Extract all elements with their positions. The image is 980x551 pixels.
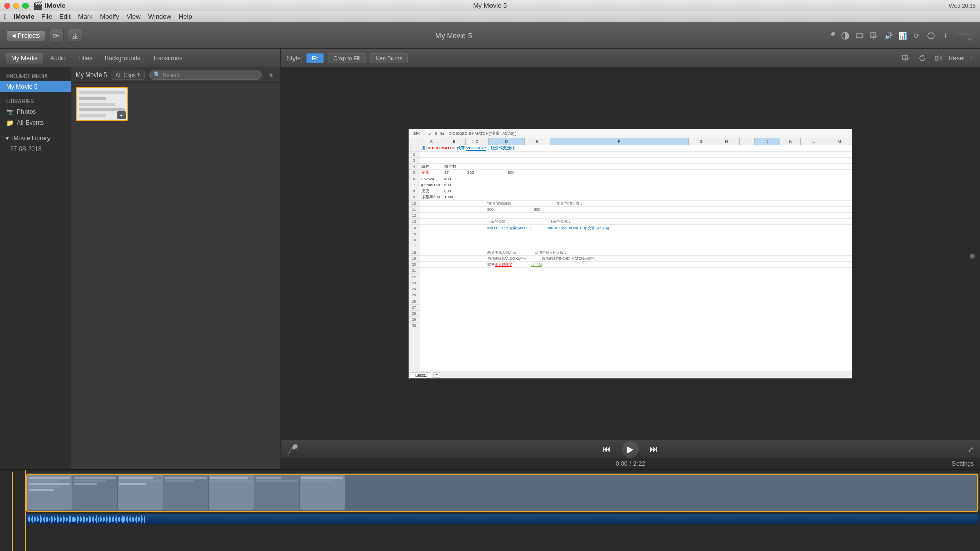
row-14: =VLOOKUP("变量",A5:B9,2) =INDEX(B5:B9,MATC… — [420, 225, 852, 231]
skip-back-button[interactable]: ⏮ — [600, 442, 614, 457]
add-sheet-button[interactable]: + — [433, 372, 440, 378]
row-20: 式变不再好使了。 没问题。 — [420, 262, 852, 268]
rotate-icon[interactable] — [916, 52, 928, 64]
reset-button[interactable]: Reset — [949, 55, 965, 62]
row-1: 用 INDEX+MATCH 代替 VLOOKUP，让公式更强壮 — [420, 145, 852, 152]
projects-button[interactable]: ◀ Projects — [6, 30, 45, 41]
cropping-icon[interactable] — [868, 30, 880, 42]
menu-edit[interactable]: Edit — [59, 13, 70, 20]
fullscreen-button[interactable]: ⤢ — [968, 445, 974, 454]
timeline-tracks: // Generate waveform bars inline via CSS — [24, 470, 980, 551]
menu-imovie[interactable]: iMovie — [14, 13, 34, 20]
media-tabs: My Media Audio Titles Backgrounds Transi… — [0, 49, 280, 67]
voiceover-icon[interactable]: 🎤 — [825, 30, 837, 42]
video-thumb-3 — [118, 475, 163, 510]
row-15 — [420, 231, 852, 237]
close-button[interactable] — [4, 3, 10, 9]
clip-add-button[interactable]: + — [117, 111, 126, 119]
col-b: B — [443, 138, 466, 145]
audio-icon[interactable]: 📊 — [896, 30, 909, 42]
crop-to-fill-button[interactable]: Crop to Fill — [328, 53, 366, 63]
clip-thumbnail[interactable]: + — [76, 87, 128, 121]
menu-window[interactable]: Window — [148, 13, 172, 20]
speed-icon[interactable]: ⟳ — [911, 30, 923, 42]
color-correction-icon[interactable] — [839, 30, 851, 42]
libraries-label: LIBRARIES — [0, 96, 71, 106]
info-icon[interactable]: ℹ — [939, 30, 951, 42]
date-time: Wed 20:15 — [949, 3, 976, 9]
svg-rect-5 — [856, 34, 863, 38]
video-thumb-5 — [209, 475, 254, 510]
volume-icon[interactable]: 🔊 — [882, 30, 894, 42]
fit-button[interactable]: Fit — [306, 53, 324, 63]
video-thumb-1 — [27, 475, 72, 510]
empty-rows — [420, 268, 852, 371]
row-3 — [420, 158, 852, 164]
menu-file[interactable]: File — [41, 13, 52, 20]
left-panel: My Media Audio Titles Backgrounds Transi… — [0, 49, 281, 469]
row-16 — [420, 237, 852, 243]
share-button[interactable] — [50, 29, 64, 43]
sidebar-item-photos[interactable]: 📷 Photos — [0, 106, 71, 117]
sheet1-tab[interactable]: Sheet1 — [411, 372, 431, 378]
minimize-button[interactable] — [13, 3, 19, 9]
video-thumb-2 — [72, 475, 117, 510]
tab-my-media[interactable]: My Media — [6, 53, 43, 64]
grid-view-button[interactable]: ⊞ — [266, 70, 276, 80]
formula-text: =INDEX(B5:B9,MATCH("变量",A5:A9)) — [446, 131, 850, 136]
main-toolbar: ◀ Projects My Movie 5 🎤 — [0, 22, 980, 49]
tab-backgrounds[interactable]: Backgrounds — [100, 53, 145, 64]
row-7: junrui9159 600 — [420, 182, 852, 188]
row-2 — [420, 152, 852, 158]
library-child-date[interactable]: 27-08-2018 — [0, 144, 71, 154]
apple-menu[interactable]:  — [4, 13, 7, 20]
import-button[interactable] — [68, 29, 82, 43]
col-d: D — [489, 138, 525, 145]
row-11: 800 800 — [420, 207, 852, 213]
microphone-button[interactable]: 🎤 — [287, 444, 298, 455]
filter-button[interactable]: All Clips ▾ — [111, 70, 145, 80]
sidebar-item-all-events[interactable]: 📁 All Events — [0, 117, 71, 129]
video-track[interactable] — [26, 473, 979, 512]
play-button[interactable]: ▶ — [622, 441, 639, 458]
tab-titles[interactable]: Titles — [73, 53, 97, 64]
ken-burns-button[interactable]: Ken Burns — [370, 53, 407, 63]
tab-audio[interactable]: Audio — [45, 53, 71, 64]
crop-icon[interactable] — [900, 52, 912, 64]
menu-mark[interactable]: Mark — [78, 13, 93, 20]
playhead-line — [24, 470, 26, 551]
video-thumbnails — [26, 474, 346, 512]
tab-transitions[interactable]: Transitions — [148, 53, 187, 64]
title-bar: 🎬 iMovie My Movie 5 Wed 20:15 — [0, 0, 980, 11]
settings-button[interactable]: Settings — [952, 460, 974, 467]
toolbar-left: ◀ Projects — [6, 29, 82, 43]
search-icon: 🔍 — [154, 71, 161, 78]
col-f: F — [550, 138, 689, 145]
skip-forward-button[interactable]: ⏭ — [647, 442, 661, 457]
library-header[interactable]: ▼ iMovie Library — [0, 133, 71, 144]
content-area: My Media Audio Titles Backgrounds Transi… — [0, 49, 980, 469]
chevron-down-icon: ▼ — [4, 135, 10, 142]
svg-rect-10 — [903, 55, 908, 60]
media-header: My Movie 5 All Clips ▾ 🔍 Search ⊞ — [71, 67, 280, 83]
row-10: "变量"的前此数： "变量"的前此数： — [420, 201, 852, 207]
col-l: L — [801, 138, 826, 145]
media-title: My Movie 5 — [76, 71, 107, 79]
traffic-lights — [4, 3, 29, 9]
menu-help[interactable]: Help — [179, 13, 192, 20]
revert-all-button[interactable]: Revert All — [953, 30, 974, 42]
photos-icon: 📷 — [6, 108, 14, 115]
video-thumb-6 — [254, 475, 299, 510]
col-j: J — [755, 138, 780, 145]
stabilization-icon[interactable] — [925, 30, 937, 42]
sidebar-item-my-movie[interactable]: My Movie 5 — [0, 81, 71, 92]
flip-icon[interactable] — [933, 52, 945, 64]
menu-modify[interactable]: Modify — [100, 13, 119, 20]
menu-view[interactable]: View — [127, 13, 141, 20]
col-a: A — [420, 138, 443, 145]
media-browser: PROJECT MEDIA My Movie 5 LIBRARIES 📷 Pho… — [0, 67, 280, 469]
audio-track[interactable]: // Generate waveform bars inline via CSS — [26, 514, 979, 524]
svg-point-9 — [928, 33, 934, 39]
maximize-button[interactable] — [22, 3, 29, 9]
noise-reduction-icon[interactable] — [853, 30, 866, 42]
